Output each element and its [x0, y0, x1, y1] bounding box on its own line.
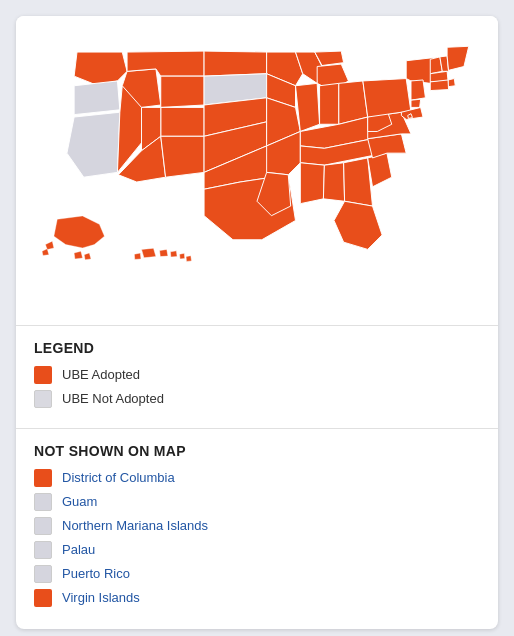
dc-link[interactable]: District of Columbia	[62, 470, 175, 485]
nmi-link[interactable]: Northern Mariana Islands	[62, 518, 208, 533]
us-map: .state { stroke: #fff; stroke-width: 2; …	[26, 28, 488, 317]
dc-swatch	[34, 469, 52, 487]
legend-title: LEGEND	[34, 340, 480, 356]
vi-link[interactable]: Virgin Islands	[62, 590, 140, 605]
palau-swatch	[34, 541, 52, 559]
adopted-swatch	[34, 366, 52, 384]
legend-item-not-adopted: UBE Not Adopted	[34, 390, 480, 408]
legend-adopted-label: UBE Adopted	[62, 367, 140, 382]
not-adopted-swatch	[34, 390, 52, 408]
list-item-vi: Virgin Islands	[34, 589, 480, 607]
list-item-dc: District of Columbia	[34, 469, 480, 487]
list-item-guam: Guam	[34, 493, 480, 511]
legend-not-adopted-label: UBE Not Adopted	[62, 391, 164, 406]
pr-link[interactable]: Puerto Rico	[62, 566, 130, 581]
not-shown-title: NOT SHOWN ON MAP	[34, 443, 480, 459]
list-item-nmi: Northern Mariana Islands	[34, 517, 480, 535]
pr-swatch	[34, 565, 52, 583]
main-card: .state { stroke: #fff; stroke-width: 2; …	[16, 16, 498, 629]
palau-link[interactable]: Palau	[62, 542, 95, 557]
map-container: .state { stroke: #fff; stroke-width: 2; …	[16, 16, 498, 325]
guam-link[interactable]: Guam	[62, 494, 97, 509]
vi-swatch	[34, 589, 52, 607]
list-item-palau: Palau	[34, 541, 480, 559]
guam-swatch	[34, 493, 52, 511]
list-item-pr: Puerto Rico	[34, 565, 480, 583]
legend-section: LEGEND UBE Adopted UBE Not Adopted	[16, 325, 498, 428]
legend-item-adopted: UBE Adopted	[34, 366, 480, 384]
nmi-swatch	[34, 517, 52, 535]
not-shown-section: NOT SHOWN ON MAP District of Columbia Gu…	[16, 428, 498, 629]
